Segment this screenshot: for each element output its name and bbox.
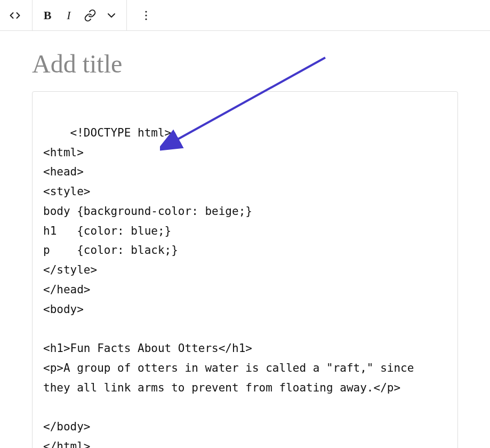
chevron-down-icon	[105, 9, 118, 22]
svg-point-0	[145, 11, 147, 12]
editor-toolbar: B I	[0, 0, 490, 31]
svg-point-1	[145, 14, 147, 16]
toolbar-group-format: B I	[33, 0, 127, 30]
link-icon	[84, 9, 97, 22]
bold-icon: B	[44, 9, 52, 22]
code-content: <!DOCTYPE html> <html> <head> <style> bo…	[43, 126, 421, 448]
editor-content: <!DOCTYPE html> <html> <head> <style> bo…	[0, 31, 490, 448]
link-button[interactable]	[79, 5, 101, 26]
italic-icon: I	[67, 9, 70, 22]
post-title-input[interactable]	[32, 42, 458, 91]
more-options-button[interactable]	[135, 5, 157, 26]
bold-button[interactable]: B	[37, 5, 58, 26]
toolbar-group-more	[127, 0, 157, 30]
toolbar-group-block	[4, 0, 33, 30]
svg-point-2	[145, 18, 147, 20]
more-formatting-button[interactable]	[101, 5, 122, 26]
italic-button[interactable]: I	[58, 5, 79, 26]
more-vertical-icon	[140, 9, 152, 22]
html-code-block[interactable]: <!DOCTYPE html> <html> <head> <style> bo…	[32, 91, 458, 448]
html-block-icon[interactable]	[4, 5, 26, 26]
